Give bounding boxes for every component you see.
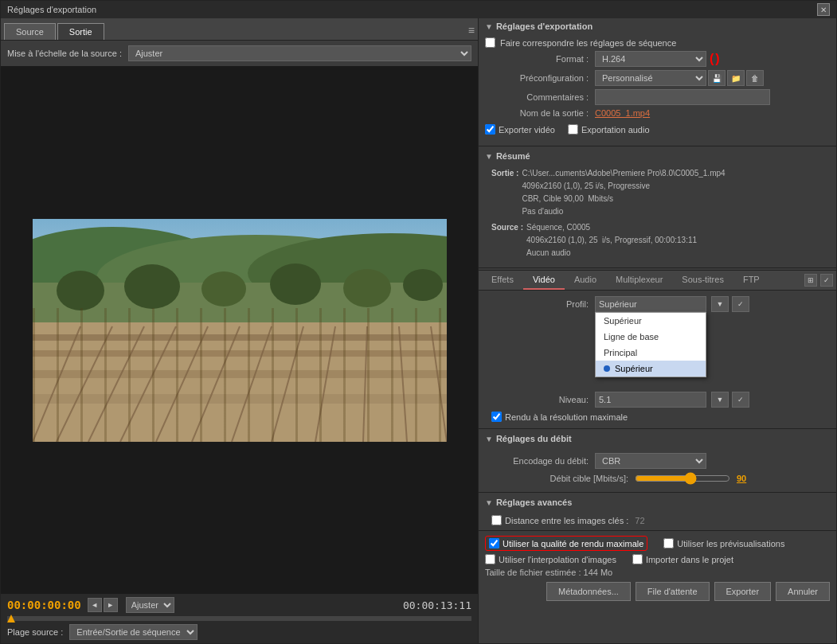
- importer-label: Importer dans le projet: [632, 554, 733, 564]
- tab-effets[interactable]: Effets: [482, 271, 523, 290]
- svg-point-10: [403, 269, 443, 301]
- comments-label: Commentaires :: [485, 92, 589, 102]
- file-attente-button[interactable]: File d'attente: [636, 582, 710, 601]
- format-annotation2: ): [715, 52, 719, 66]
- option-label: Principal: [604, 348, 637, 357]
- comments-row: Commentaires :: [485, 89, 830, 105]
- svg-line-16: [156, 326, 208, 442]
- tabs-bar: Source Sortie ≡: [1, 18, 478, 41]
- tab-sous-titres[interactable]: Sous-titres: [672, 271, 733, 290]
- svg-rect-27: [33, 394, 447, 404]
- source-scale-select[interactable]: Ajuster: [128, 45, 471, 61]
- effect-tabs: Effets Vidéo Audio Multiplexeur Sous-tit…: [479, 270, 836, 291]
- tab-ftp[interactable]: FTP: [733, 271, 769, 290]
- profile-option-superieur-top[interactable]: Supérieur: [596, 313, 706, 329]
- encodage-select[interactable]: CBR: [595, 453, 706, 469]
- avance-header[interactable]: ▼ Réglages avancés: [479, 494, 836, 510]
- importer-checkbox[interactable]: [632, 554, 643, 564]
- nav-prev-button[interactable]: ◄: [88, 598, 102, 612]
- profile-option-ligne-base[interactable]: Ligne de base: [596, 329, 706, 345]
- main-content: Source Sortie ≡ Mise à l'échelle de la s…: [1, 18, 836, 643]
- profile-icons: ▼ ✓: [710, 296, 749, 312]
- niveau-label: Niveau:: [485, 395, 589, 404]
- exporter-button[interactable]: Exporter: [714, 582, 772, 601]
- svg-rect-24: [33, 334, 447, 341]
- match-sequence-checkbox[interactable]: [485, 37, 495, 48]
- svg-point-5: [57, 271, 104, 310]
- video-preview-image: [33, 219, 447, 442]
- profile-select[interactable]: Supérieur: [595, 296, 706, 312]
- export-video-checkbox[interactable]: [485, 124, 495, 135]
- save-preset-button[interactable]: 💾: [708, 70, 726, 86]
- adjust-select[interactable]: Ajuster: [126, 597, 174, 613]
- close-button[interactable]: ✕: [817, 3, 830, 16]
- metadata-button[interactable]: Métadonnées...: [546, 582, 631, 601]
- delete-preset-button[interactable]: 🗑: [746, 70, 764, 86]
- output-name-value[interactable]: C0005_1.mp4: [595, 108, 650, 118]
- export-audio-checkbox[interactable]: [568, 124, 578, 135]
- export-checkboxes: Exporter vidéo Exportation audio: [485, 121, 830, 138]
- comments-input[interactable]: [595, 89, 770, 105]
- rendu-label: Rendu à la résolution maximale: [505, 412, 628, 422]
- option-label: Supérieur: [615, 364, 653, 373]
- profile-row: Profil: Supérieur Supérieur: [485, 296, 830, 312]
- svg-line-21: [363, 326, 367, 442]
- qualite-checkbox[interactable]: [489, 538, 499, 548]
- svg-point-8: [270, 263, 321, 305]
- tab-source[interactable]: Source: [4, 23, 56, 40]
- bottom-checkboxes2: Utiliser l'interpolation d'images Import…: [485, 554, 830, 564]
- format-annotation: (: [710, 52, 714, 66]
- progress-marker[interactable]: [7, 615, 15, 623]
- resume-title: Résumé: [496, 151, 530, 161]
- debit-section: Encodage du débit: CBR Débit cible [Mbit…: [479, 447, 836, 490]
- svg-line-22: [399, 326, 407, 442]
- interpolation-checkbox[interactable]: [485, 554, 495, 564]
- video-preview-svg: [33, 219, 447, 442]
- right-panel: ▼ Réglages d'exportation Faire correspon…: [479, 18, 836, 643]
- distance-checkbox[interactable]: [491, 515, 502, 525]
- resume-sortie-val: C:\User...cuments\Adobe\Premiere Pro\8.0…: [522, 167, 725, 218]
- advanced-section: Distance entre les images clés : 72: [479, 510, 836, 530]
- profile-icon2[interactable]: ✓: [732, 296, 749, 312]
- nav-next-button[interactable]: ►: [104, 598, 118, 612]
- rendu-checkbox[interactable]: [491, 412, 502, 422]
- niveau-select[interactable]: 5.1: [595, 392, 706, 408]
- settings-icon[interactable]: ≡: [468, 24, 475, 40]
- source-scale-label: Mise à l'échelle de la source :: [7, 49, 122, 58]
- rendu-row: Rendu à la résolution maximale: [485, 410, 830, 423]
- profile-select-wrap: Supérieur Supérieur Ligne de base: [595, 296, 706, 312]
- tab-video[interactable]: Vidéo: [523, 271, 565, 290]
- bottom-area: Utiliser la qualité de rendu maximale Ut…: [479, 530, 836, 606]
- preconfig-select[interactable]: Personnalisé: [595, 70, 706, 86]
- distance-label: Distance entre les images clés :: [505, 516, 628, 525]
- debit-slider[interactable]: [635, 472, 730, 485]
- source-range-select[interactable]: Entrée/Sortie de séquence: [69, 624, 198, 640]
- tab-multiplexeur[interactable]: Multiplexeur: [606, 271, 672, 290]
- avance-title: Réglages avancés: [496, 498, 572, 507]
- profile-option-superieur[interactable]: Supérieur: [596, 361, 706, 377]
- profile-option-principal[interactable]: Principal: [596, 345, 706, 361]
- niveau-icon1[interactable]: ▼: [711, 392, 729, 408]
- output-name-row: Nom de la sortie : C0005_1.mp4: [485, 108, 830, 118]
- profile-icon1[interactable]: ▼: [711, 296, 729, 312]
- debit-header[interactable]: ▼ Réglages du débit: [479, 431, 836, 447]
- niveau-icon2[interactable]: ✓: [732, 392, 749, 408]
- import-preset-button[interactable]: 📁: [727, 70, 745, 86]
- svg-line-15: [120, 326, 176, 442]
- annuler-button[interactable]: Annuler: [776, 582, 830, 601]
- resume-sortie-key: Sortie :: [491, 167, 518, 218]
- tab-audio[interactable]: Audio: [565, 271, 606, 290]
- previsualisations-checkbox[interactable]: [663, 538, 674, 548]
- tab-sortie[interactable]: Sortie: [57, 23, 104, 40]
- match-sequence-label: Faire correspondre les réglages de séque…: [500, 38, 676, 48]
- format-label: Format :: [485, 54, 589, 64]
- tab-settings-icon[interactable]: ⊞: [804, 274, 817, 287]
- resume-header[interactable]: ▼ Résumé: [479, 148, 836, 164]
- format-select[interactable]: H.264: [595, 51, 706, 67]
- encodage-row: Encodage du débit: CBR: [485, 453, 830, 469]
- debit-value: 90: [737, 474, 746, 483]
- svg-rect-26: [33, 370, 447, 378]
- left-panel: Source Sortie ≡ Mise à l'échelle de la s…: [1, 18, 479, 643]
- tab-check-icon[interactable]: ✓: [820, 274, 833, 287]
- export-settings-header[interactable]: ▼ Réglages d'exportation: [479, 18, 836, 34]
